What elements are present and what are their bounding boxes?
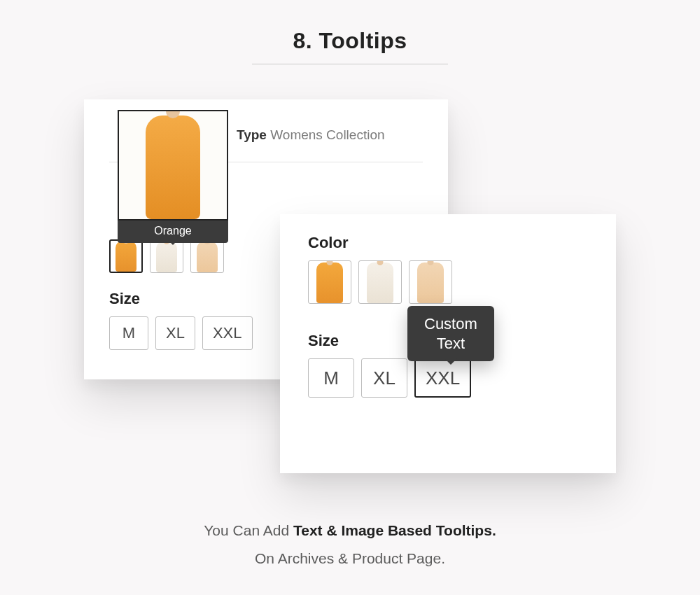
swatch-thumb-cream-2 [417,262,444,303]
size-m-button[interactable]: M [109,316,148,350]
swatch-thumb-white-2 [367,262,393,303]
color-swatch-row-2 [308,260,588,304]
size-xl-button[interactable]: XL [155,316,195,350]
section-caption: You Can Add Text & Image Based Tooltips.… [0,517,700,573]
swatch-thumb-orange-2 [316,262,343,303]
size-xxl-button[interactable]: XXL [202,316,253,350]
heading-divider [252,64,448,64]
type-value: Womens Collection [270,127,384,142]
color-swatch-cream[interactable] [190,239,224,273]
caption-line2: On Archives & Product Page. [0,545,700,573]
image-tooltip-product [146,115,200,219]
text-tooltip-line1: Custom [424,314,477,334]
color-swatch-white-2[interactable] [358,260,402,304]
size-xxl-button-2[interactable]: XXL [414,358,471,398]
color-swatch-orange[interactable] [109,239,143,273]
image-tooltip: Orange [118,110,228,243]
section-heading: 8. Tooltips [0,28,700,54]
demo-stage: ara Type Womens Collection Size M XL XXL… [84,99,616,491]
color-swatch-white[interactable] [150,239,183,273]
caption-prefix: You Can Add [204,522,293,538]
image-tooltip-caption: Orange [118,220,228,243]
image-tooltip-frame [118,110,228,220]
text-tooltip-line2: Text [424,334,477,354]
caption-bold: Text & Image Based Tooltips. [293,522,496,538]
type-label: Type [237,127,267,142]
size-xl-button-2[interactable]: XL [361,358,407,398]
color-swatch-orange-2[interactable] [308,260,351,304]
color-swatch-cream-2[interactable] [409,260,452,304]
text-tooltip: Custom Text [407,306,494,361]
color-label: Color [308,234,588,252]
size-m-button-2[interactable]: M [308,358,354,398]
swatch-thumb-cream [197,241,218,272]
product-type: Type Womens Collection [237,127,385,143]
swatch-thumb-orange [115,241,136,272]
